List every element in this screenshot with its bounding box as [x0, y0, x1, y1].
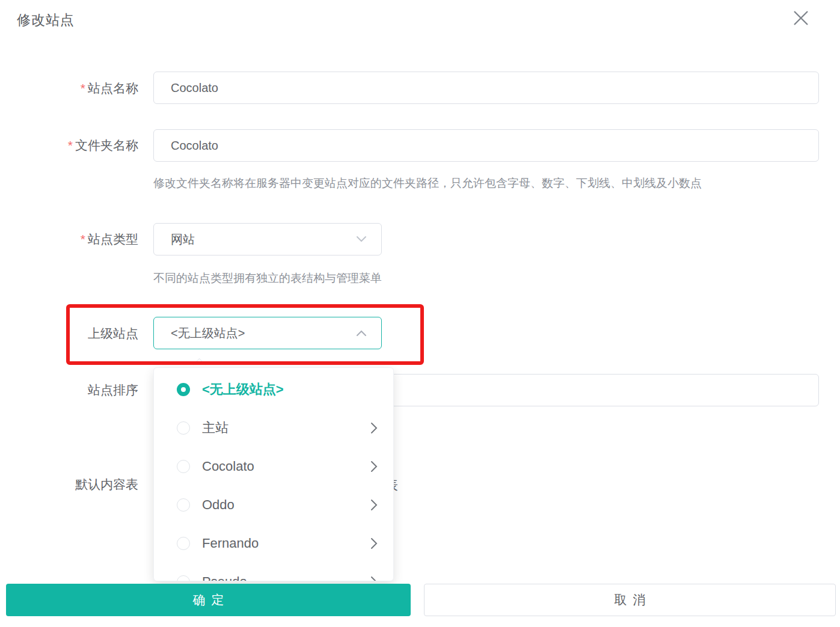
chevron-right-icon[interactable]: [370, 537, 378, 549]
close-icon: [792, 9, 810, 27]
parent-site-select[interactable]: <无上级站点>: [153, 317, 382, 349]
radio-icon: [177, 421, 190, 435]
parent-site-label: 上级站点: [0, 325, 138, 342]
cancel-button[interactable]: 取消: [424, 584, 836, 616]
required-asterisk: *: [81, 232, 85, 246]
site-type-value: 网站: [171, 231, 356, 248]
site-name-label: *站点名称: [0, 80, 138, 97]
radio-selected-icon: [177, 383, 190, 396]
folder-name-label: *文件夹名称: [0, 137, 138, 154]
chevron-right-icon[interactable]: [370, 499, 378, 511]
folder-name-help: 修改文件夹名称将在服务器中变更站点对应的文件夹路径，只允许包含字母、数字、下划线…: [153, 176, 702, 191]
chevron-right-icon[interactable]: [370, 422, 378, 434]
chevron-right-icon[interactable]: [370, 460, 378, 473]
chevron-up-icon: [356, 329, 367, 337]
required-asterisk: *: [81, 81, 85, 95]
chevron-down-icon: [356, 236, 367, 243]
required-asterisk: *: [68, 138, 73, 152]
radio-icon: [177, 537, 190, 550]
dropdown-option-oddo[interactable]: Oddo: [154, 486, 393, 524]
radio-icon: [177, 460, 190, 473]
parent-site-value: <无上级站点>: [171, 325, 356, 341]
dropdown-option-no-parent[interactable]: <无上级站点>: [154, 370, 393, 409]
site-type-help: 不同的站点类型拥有独立的表结构与管理菜单: [153, 271, 382, 286]
edit-site-dialog: 修改站点 *站点名称 *文件夹名称 修改文件夹名称将在服务器中变更站点对应的文件…: [0, 0, 840, 627]
close-button[interactable]: [786, 4, 815, 32]
dropdown-option-fernando[interactable]: Fernando: [154, 524, 393, 563]
default-content-table-label: 默认内容表: [0, 476, 138, 493]
site-type-label: *站点类型: [0, 231, 138, 248]
dialog-title: 修改站点: [17, 11, 75, 29]
radio-icon: [177, 575, 190, 581]
dropdown-option-cocolato[interactable]: Cocolato: [154, 447, 393, 486]
radio-icon: [177, 498, 190, 512]
parent-site-dropdown: <无上级站点> 主站 Cocolato Oddo Fernando: [153, 367, 394, 581]
dropdown-option-main-site[interactable]: 主站: [154, 409, 393, 447]
site-type-select[interactable]: 网站: [153, 223, 382, 255]
confirm-button[interactable]: 确定: [6, 584, 411, 616]
site-sort-label: 站点排序: [0, 382, 138, 399]
dropdown-option-clipped[interactable]: Pseudo: [154, 563, 393, 581]
chevron-right-icon[interactable]: [370, 576, 378, 581]
folder-name-input[interactable]: [153, 129, 819, 162]
site-name-input[interactable]: [153, 72, 819, 104]
